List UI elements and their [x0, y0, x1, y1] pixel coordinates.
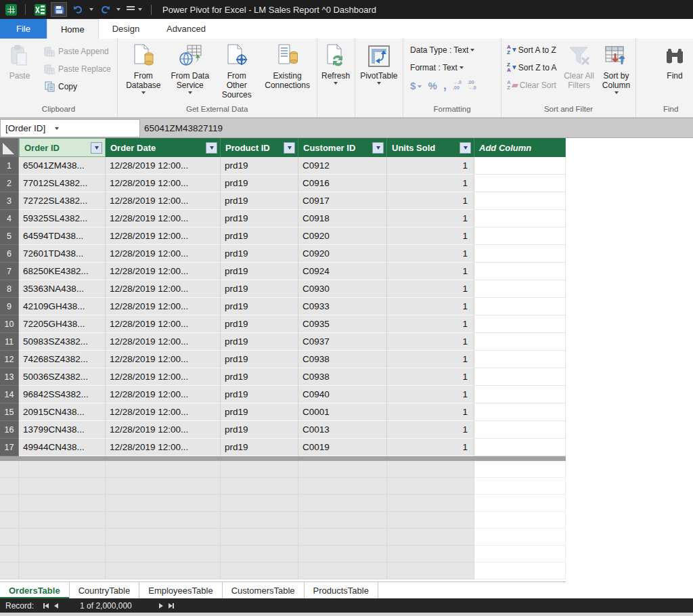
cell-add-column[interactable]: [474, 298, 566, 315]
paste-replace-button[interactable]: Paste Replace: [41, 60, 114, 78]
cell-add-column[interactable]: [474, 315, 566, 333]
tab-home[interactable]: Home: [47, 19, 99, 39]
cell-order-id[interactable]: 77012SL4382...: [19, 175, 106, 192]
cell-product-id[interactable]: prd19: [221, 298, 298, 315]
from-database-button[interactable]: From Database: [120, 41, 166, 96]
empty-cell[interactable]: [387, 495, 474, 512]
empty-cell[interactable]: [0, 495, 19, 512]
empty-cell[interactable]: [387, 478, 474, 495]
excel-icon[interactable]: [32, 2, 48, 17]
percent-format-button[interactable]: %: [428, 80, 437, 91]
cell-order-date[interactable]: 12/28/2019 12:00...: [106, 192, 221, 210]
cell-units-sold[interactable]: 1: [387, 157, 474, 175]
empty-cell[interactable]: [221, 478, 298, 495]
row-header[interactable]: 4: [0, 210, 19, 227]
row-header[interactable]: 5: [0, 227, 19, 245]
undo-dropdown-icon[interactable]: [89, 8, 93, 11]
last-record-button[interactable]: [169, 603, 174, 609]
cell-units-sold[interactable]: 1: [387, 351, 474, 368]
cell-customer-id[interactable]: C0019: [298, 439, 387, 456]
cell-order-id[interactable]: 13799CN438...: [19, 421, 106, 439]
row-header[interactable]: 13: [0, 368, 19, 386]
from-other-sources-button[interactable]: From Other Sources: [214, 41, 260, 102]
cell-product-id[interactable]: prd19: [221, 421, 298, 439]
row-header[interactable]: 17: [0, 439, 19, 456]
filter-dropdown-icon[interactable]: [206, 142, 217, 154]
empty-cell[interactable]: [387, 461, 474, 478]
cell-customer-id[interactable]: C0940: [298, 386, 387, 403]
cell-units-sold[interactable]: 1: [387, 227, 474, 245]
empty-cell[interactable]: [19, 495, 106, 512]
cell-customer-id[interactable]: C0918: [298, 210, 387, 227]
copy-button[interactable]: Copy: [41, 78, 114, 95]
cell-units-sold[interactable]: 1: [387, 368, 474, 386]
cell-add-column[interactable]: [474, 368, 566, 386]
sheet-tab-orderstable[interactable]: OrdersTable: [0, 582, 70, 598]
cell-order-date[interactable]: 12/28/2019 12:00...: [106, 368, 221, 386]
increase-decimal-button[interactable]: →.0.00: [453, 80, 462, 90]
column-header-units-sold[interactable]: Units Sold: [387, 138, 474, 157]
redo-icon[interactable]: [97, 2, 113, 17]
refresh-button[interactable]: Refresh: [319, 41, 353, 87]
cell-customer-id[interactable]: C0013: [298, 421, 387, 439]
empty-cell[interactable]: [106, 495, 221, 512]
cell-customer-id[interactable]: C0920: [298, 227, 387, 245]
next-record-button[interactable]: [159, 601, 163, 611]
empty-cell[interactable]: [19, 546, 106, 563]
row-header[interactable]: 2: [0, 175, 19, 192]
cell-product-id[interactable]: prd19: [221, 175, 298, 192]
row-header[interactable]: 1: [0, 157, 19, 175]
cell-add-column[interactable]: [474, 227, 566, 245]
empty-cell[interactable]: [0, 529, 19, 546]
existing-connections-button[interactable]: Existing Connections: [261, 41, 314, 92]
empty-cell[interactable]: [298, 461, 387, 478]
empty-cell[interactable]: [19, 461, 106, 478]
data-type-dropdown[interactable]: Data Type : Text: [410, 41, 474, 59]
cell-order-date[interactable]: 12/28/2019 12:00...: [106, 210, 221, 227]
empty-cell[interactable]: [474, 461, 566, 478]
clear-sort-button[interactable]: AZ Clear Sort: [504, 76, 559, 94]
paste-button[interactable]: Paste: [4, 41, 35, 83]
cell-units-sold[interactable]: 1: [387, 245, 474, 263]
find-button[interactable]: Find: [656, 41, 693, 83]
cell-units-sold[interactable]: 1: [387, 421, 474, 439]
cell-order-date[interactable]: 12/28/2019 12:00...: [106, 386, 221, 403]
empty-cell[interactable]: [106, 461, 221, 478]
cell-product-id[interactable]: prd19: [221, 403, 298, 421]
cell-order-id[interactable]: 96842SS4382...: [19, 386, 106, 403]
cell-order-id[interactable]: 35363NA438...: [19, 280, 106, 298]
cell-customer-id[interactable]: C0938: [298, 351, 387, 368]
cell-order-date[interactable]: 12/28/2019 12:00...: [106, 403, 221, 421]
tab-file[interactable]: File: [0, 19, 47, 39]
empty-cell[interactable]: [19, 563, 106, 579]
cell-order-date[interactable]: 12/28/2019 12:00...: [106, 439, 221, 456]
cell-customer-id[interactable]: C0937: [298, 333, 387, 351]
cell-add-column[interactable]: [474, 263, 566, 280]
format-dropdown[interactable]: Format : Text: [410, 59, 464, 76]
cell-add-column[interactable]: [474, 210, 566, 227]
cell-order-id[interactable]: 72722SL4382...: [19, 192, 106, 210]
empty-cell[interactable]: [0, 478, 19, 495]
cell-add-column[interactable]: [474, 157, 566, 175]
cell-order-date[interactable]: 12/28/2019 12:00...: [106, 263, 221, 280]
cell-product-id[interactable]: prd19: [221, 280, 298, 298]
decrease-decimal-button[interactable]: .00→.0: [468, 80, 476, 90]
filter-dropdown-icon[interactable]: [284, 142, 295, 154]
empty-cell[interactable]: [221, 495, 298, 512]
cell-customer-id[interactable]: C0930: [298, 280, 387, 298]
cell-order-date[interactable]: 12/28/2019 12:00...: [106, 315, 221, 333]
cell-product-id[interactable]: prd19: [221, 439, 298, 456]
row-header[interactable]: 7: [0, 263, 19, 280]
empty-cell[interactable]: [474, 546, 566, 563]
cell-units-sold[interactable]: 1: [387, 315, 474, 333]
empty-cell[interactable]: [221, 529, 298, 546]
cell-add-column[interactable]: [474, 245, 566, 263]
empty-cell[interactable]: [106, 529, 221, 546]
empty-cell[interactable]: [221, 563, 298, 579]
cell-order-id[interactable]: 20915CN438...: [19, 403, 106, 421]
row-header[interactable]: 11: [0, 333, 19, 351]
cell-order-id[interactable]: 68250KE4382...: [19, 263, 106, 280]
cell-customer-id[interactable]: C0001: [298, 403, 387, 421]
empty-cell[interactable]: [474, 478, 566, 495]
cell-add-column[interactable]: [474, 175, 566, 192]
